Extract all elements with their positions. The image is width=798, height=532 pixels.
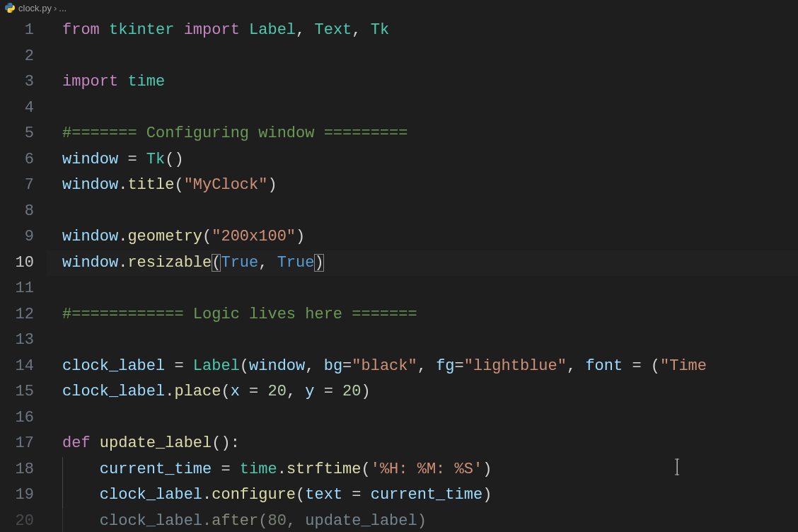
code-token: ,	[417, 357, 436, 375]
code-token: def	[62, 434, 100, 452]
code-line[interactable]: from tkinter import Label, Text, Tk	[47, 18, 798, 44]
line-number: 13	[0, 328, 47, 354]
code-token: '%H: %M: %S'	[371, 461, 482, 478]
code-token: 80	[267, 512, 286, 530]
code-token	[62, 461, 100, 478]
code-line[interactable]: def update_label():	[47, 431, 798, 457]
code-token: = (	[632, 357, 660, 375]
code-token: =	[127, 151, 146, 168]
code-line[interactable]	[47, 276, 798, 302]
line-number-gutter: 1234567891011121314151617181920	[0, 18, 47, 532]
code-token: )	[482, 461, 492, 478]
code-line[interactable]: #============ Logic lives here =======	[47, 302, 798, 328]
code-token: True	[277, 254, 315, 272]
code-token: resizable	[127, 254, 212, 272]
line-number: 5	[0, 121, 47, 147]
line-number: 3	[0, 69, 47, 96]
code-token: .	[202, 512, 212, 530]
code-line[interactable]: clock_label.after(80, update_label)	[47, 509, 798, 533]
code-line[interactable]	[47, 44, 798, 70]
code-token: after	[212, 512, 258, 530]
line-number: 2	[0, 44, 47, 70]
code-token: (	[296, 486, 305, 504]
line-number: 10	[0, 250, 47, 277]
code-token: ():	[212, 434, 240, 452]
code-line[interactable]: import time	[47, 69, 798, 96]
code-line[interactable]	[47, 96, 798, 122]
code-line[interactable]: window.resizable(True, True)	[47, 250, 798, 277]
code-token: 20	[342, 383, 361, 400]
code-token: ,	[567, 357, 585, 375]
code-token: ,	[287, 512, 305, 530]
code-content[interactable]: from tkinter import Label, Text, Tkimpor…	[47, 18, 798, 532]
code-token: x	[231, 383, 249, 400]
code-token	[62, 512, 100, 530]
code-token: (	[202, 228, 212, 245]
code-token: update_label	[100, 434, 212, 452]
code-token: text	[305, 486, 352, 504]
line-number: 11	[0, 276, 47, 302]
code-token: title	[127, 176, 174, 194]
code-token: place	[174, 383, 221, 400]
line-number: 8	[0, 199, 47, 225]
code-token: ,	[296, 21, 314, 39]
code-token: )	[417, 512, 427, 530]
code-token: )	[296, 228, 305, 245]
code-token: "lightblue"	[464, 357, 567, 375]
breadcrumb-more[interactable]: ...	[59, 3, 66, 13]
line-number: 18	[0, 457, 47, 483]
code-line[interactable]: #======= Configuring window =========	[47, 121, 798, 147]
code-line[interactable]: window.geometry("200x100")	[47, 224, 798, 250]
line-number: 9	[0, 224, 47, 250]
code-token: 20	[267, 383, 286, 400]
code-token: "MyClock"	[184, 176, 268, 194]
code-token: )	[267, 176, 277, 194]
breadcrumb-file[interactable]: clock.py	[18, 3, 52, 13]
code-token: strftime	[287, 461, 362, 478]
code-token: update_label	[305, 512, 417, 530]
code-line[interactable]: clock_label.configure(text = current_tim…	[47, 482, 798, 509]
code-line[interactable]	[47, 405, 798, 432]
code-token: (	[362, 461, 371, 478]
code-token: clock_label	[62, 383, 165, 400]
code-token: #============ Logic lives here =======	[62, 306, 417, 323]
code-token: current_time	[100, 461, 221, 478]
code-line[interactable]: clock_label.place(x = 20, y = 20)	[47, 379, 798, 405]
code-line[interactable]	[47, 199, 798, 225]
code-token: time	[127, 73, 165, 91]
code-token: clock_label	[100, 486, 202, 504]
python-file-icon	[4, 2, 16, 13]
code-line[interactable]: current_time = time.strftime('%H: %M: %S…	[47, 457, 798, 483]
code-token: window	[62, 151, 127, 168]
code-line[interactable]: clock_label = Label(window, bg="black", …	[47, 354, 798, 380]
code-token: "black"	[352, 357, 417, 375]
line-number: 1	[0, 18, 47, 44]
code-token: =	[455, 357, 464, 375]
code-token: ,	[352, 21, 370, 39]
code-token: =	[221, 461, 239, 478]
breadcrumb[interactable]: clock.py › ...	[0, 0, 798, 16]
code-token: .	[202, 486, 212, 504]
code-token: #======= Configuring window =========	[62, 125, 407, 142]
code-token: bg	[324, 357, 342, 375]
code-token: window	[62, 254, 118, 272]
code-token: (	[212, 254, 221, 272]
code-token: from	[62, 21, 109, 39]
code-line[interactable]	[47, 328, 798, 354]
code-line[interactable]: window.title("MyClock")	[47, 173, 798, 199]
code-editor[interactable]: 1234567891011121314151617181920 from tki…	[0, 16, 798, 532]
code-token: configure	[212, 486, 296, 504]
code-token: (	[258, 512, 267, 530]
line-number: 20	[0, 509, 47, 533]
code-token: .	[277, 461, 287, 478]
code-token: .	[165, 383, 174, 400]
line-number: 6	[0, 147, 47, 173]
code-token: )	[314, 254, 323, 272]
code-line[interactable]: window = Tk()	[47, 147, 798, 173]
code-token: Tk	[371, 21, 389, 39]
code-token: ,	[305, 357, 323, 375]
code-token: (	[221, 383, 230, 400]
code-token: ,	[287, 383, 305, 400]
code-token: )	[482, 486, 492, 504]
line-number: 14	[0, 354, 47, 380]
